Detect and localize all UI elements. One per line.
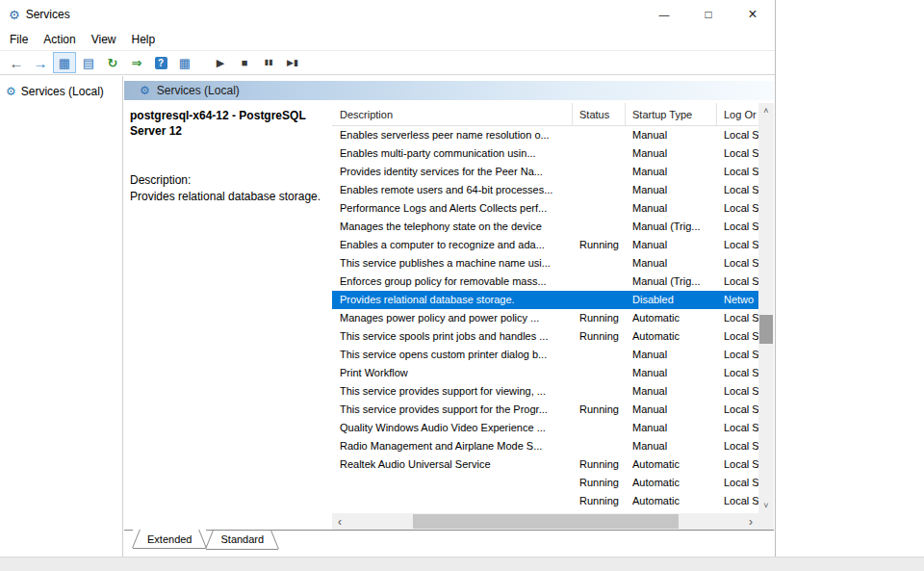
cell-description: This service provides support for the Pr… xyxy=(332,401,573,419)
chevron-left-icon: ‹ xyxy=(338,515,342,529)
tab-standard[interactable]: Standard xyxy=(206,531,278,550)
export-list-button[interactable]: ▤ xyxy=(77,52,100,73)
tab-extended[interactable]: Extended xyxy=(133,530,206,549)
cell-description: Enables multi-party communication usin..… xyxy=(332,144,573,163)
scroll-up-button[interactable]: ˄ xyxy=(758,103,774,118)
tree-item-label: Services (Local) xyxy=(21,85,104,98)
stop-icon: ■ xyxy=(242,58,248,68)
tree-item-services-local[interactable]: ⚙ Services (Local) xyxy=(0,82,122,101)
minimize-button[interactable]: — xyxy=(642,0,686,29)
back-button[interactable]: ← xyxy=(5,52,28,73)
cell-description: Enables a computer to recognize and ada.… xyxy=(332,236,573,254)
column-header-description[interactable]: Description xyxy=(332,103,573,125)
cell-startup-type: Manual xyxy=(626,163,717,181)
menu-item-action[interactable]: Action xyxy=(36,30,83,49)
detail-pane: postgresql-x64-12 - PostgreSQL Server 12… xyxy=(124,100,332,530)
cell-description: This service opens custom printer dialog… xyxy=(332,346,573,364)
menu-item-view[interactable]: View xyxy=(84,30,124,49)
cell-log-on: Local S xyxy=(717,126,758,144)
table-row[interactable]: This service opens custom printer dialog… xyxy=(332,346,758,364)
export-button[interactable]: ⇒ xyxy=(125,52,148,73)
horizontal-scrollbar-thumb[interactable] xyxy=(413,514,679,529)
cell-description: This service publishes a machine name us… xyxy=(332,254,573,273)
cell-log-on: Local S xyxy=(717,419,758,437)
table-row[interactable]: Running Automatic Local S xyxy=(332,474,758,492)
cell-startup-type: Manual xyxy=(626,437,717,455)
table-row[interactable]: This service spools print jobs and handl… xyxy=(332,327,758,346)
table-row[interactable]: Manages power policy and power policy ..… xyxy=(332,309,758,327)
cell-log-on: Local S xyxy=(717,199,758,218)
cell-startup-type: Automatic xyxy=(626,455,717,474)
cell-startup-type: Automatic xyxy=(626,327,717,346)
properties-button[interactable]: ▦ xyxy=(173,52,196,73)
chevron-down-icon: ˅ xyxy=(763,501,768,510)
horizontal-scrollbar[interactable]: ‹ › xyxy=(332,513,758,530)
stop-service-button[interactable]: ■ xyxy=(233,52,256,73)
restart-service-button[interactable]: ▶▮ xyxy=(281,52,304,73)
help-button[interactable]: ? xyxy=(149,52,172,73)
restart-icon: ▶▮ xyxy=(287,59,298,67)
services-gear-icon: ⚙ xyxy=(6,85,16,98)
table-row[interactable]: This service publishes a machine name us… xyxy=(332,254,758,273)
cell-startup-type: Disabled xyxy=(626,291,717,309)
table-row[interactable]: Provides identity services for the Peer … xyxy=(332,163,758,181)
cell-status xyxy=(573,346,626,364)
table-row[interactable]: This service provides support for the Pr… xyxy=(332,401,758,419)
cell-description: Quality Windows Audio Video Experience .… xyxy=(332,419,573,437)
vertical-scrollbar-thumb[interactable] xyxy=(759,315,773,344)
table-row[interactable]: Provides relational database storage. Di… xyxy=(332,291,758,309)
maximize-button[interactable]: □ xyxy=(686,0,731,29)
table-row[interactable]: Enables serverless peer name resolution … xyxy=(332,126,758,144)
scroll-down-button[interactable]: ˅ xyxy=(758,498,774,513)
cell-log-on: Local S xyxy=(717,437,758,455)
cell-log-on: Local S xyxy=(717,401,758,419)
column-header-startup-type[interactable]: Startup Type xyxy=(626,103,717,125)
table-row[interactable]: Manages the telephony state on the devic… xyxy=(332,218,758,236)
scroll-right-button[interactable]: › xyxy=(743,513,758,530)
start-service-button[interactable]: ▶ xyxy=(209,52,232,73)
table-row[interactable]: This service provides support for viewin… xyxy=(332,382,758,401)
close-button[interactable]: × xyxy=(731,0,775,29)
refresh-button[interactable]: ↻ xyxy=(101,52,124,73)
gear-icon: ⚙ xyxy=(9,8,20,22)
cell-log-on: Local S xyxy=(717,474,758,492)
table-row[interactable]: Radio Management and Airplane Mode S... … xyxy=(332,437,758,455)
table-row[interactable]: Realtek Audio Universal Service Running … xyxy=(332,455,758,474)
cell-status xyxy=(573,419,626,437)
table-row[interactable]: Running Automatic Local S xyxy=(332,492,758,510)
close-icon: × xyxy=(748,6,757,23)
maximize-icon: □ xyxy=(705,8,711,21)
cell-log-on: Local S xyxy=(717,492,758,510)
cell-status xyxy=(573,218,626,236)
column-header-status[interactable]: Status xyxy=(573,103,626,125)
cell-status xyxy=(573,273,626,291)
vertical-scrollbar[interactable]: ˄ ˅ xyxy=(758,103,774,513)
scroll-left-button[interactable]: ‹ xyxy=(332,513,347,530)
cell-log-on: Local S xyxy=(717,163,758,181)
tab-slant xyxy=(132,530,141,548)
table-row[interactable]: Quality Windows Audio Video Experience .… xyxy=(332,419,758,437)
menu-item-help[interactable]: Help xyxy=(124,30,164,49)
cell-description: Provides relational database storage. xyxy=(332,291,573,309)
table-row[interactable]: Print Workflow Manual Local S xyxy=(332,364,758,382)
cell-description: Enforces group policy for removable mass… xyxy=(332,273,573,291)
show-console-tree-button[interactable]: ▦ xyxy=(53,52,76,73)
table-row[interactable]: Enables a computer to recognize and ada.… xyxy=(332,236,758,254)
table-row[interactable]: Enforces group policy for removable mass… xyxy=(332,273,758,291)
cell-log-on: Local S xyxy=(717,236,758,254)
cell-description: Enables remote users and 64-bit processe… xyxy=(332,181,573,199)
cell-status xyxy=(573,382,626,401)
export-icon: ⇒ xyxy=(132,57,142,69)
column-header-log-on[interactable]: Log Or xyxy=(717,103,758,125)
menu-item-file[interactable]: File xyxy=(2,30,36,49)
table-row[interactable]: Performance Logs and Alerts Collects per… xyxy=(332,199,758,218)
cell-log-on: Local S xyxy=(717,144,758,163)
table-row[interactable]: Enables remote users and 64-bit processe… xyxy=(332,181,758,199)
pause-service-button[interactable]: ▮▮ xyxy=(257,52,280,73)
forward-button[interactable]: → xyxy=(29,52,52,73)
table-row[interactable]: Enables multi-party communication usin..… xyxy=(332,144,758,163)
table-header: Description Status Startup Type Log Or xyxy=(332,103,758,126)
cell-description xyxy=(332,474,573,492)
pause-icon: ▮▮ xyxy=(265,59,273,66)
cell-startup-type: Manual xyxy=(626,364,717,382)
